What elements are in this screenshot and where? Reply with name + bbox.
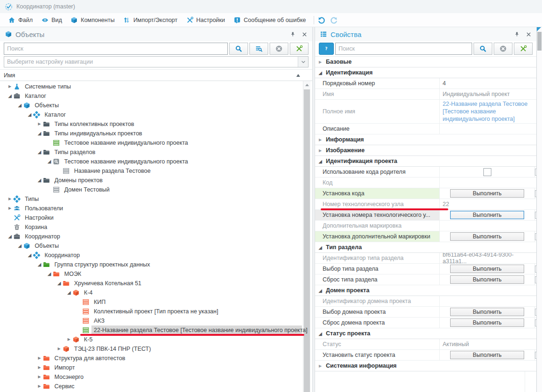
tree-item[interactable]: ▶Импорт: [0, 363, 312, 372]
tree-item[interactable]: ▶Структура для автотестов: [0, 354, 312, 363]
tree-item[interactable]: ◢Группа структур проектных данных: [0, 260, 312, 269]
close-icon[interactable]: [301, 31, 308, 37]
tree-item[interactable]: ◢Объекты: [0, 101, 312, 110]
tree-item[interactable]: ◢Каталог: [0, 110, 312, 119]
property-row[interactable]: Идентификатор домена проекта: [315, 296, 536, 307]
expander-closed-icon[interactable]: ▶: [318, 148, 323, 153]
property-row[interactable]: Использование кода родителя: [315, 167, 536, 178]
tree-item[interactable]: ▶Типы коллективных проектов: [0, 119, 312, 129]
menu-item-file[interactable]: Файл: [4, 15, 37, 26]
search-button[interactable]: [474, 43, 492, 55]
menu-item-components[interactable]: Компоненты: [66, 15, 119, 26]
expander-open-icon[interactable]: ◢: [318, 331, 323, 336]
tree-item[interactable]: КИП: [0, 297, 312, 307]
property-group-header[interactable]: ◢Тип раздела: [315, 242, 536, 253]
property-row[interactable]: Порядковый номер4: [315, 78, 536, 89]
property-row[interactable]: Код: [315, 178, 536, 188]
expander-closed-icon[interactable]: ▶: [56, 344, 62, 354]
scrollbar-thumb[interactable]: [537, 32, 542, 51]
expander-closed-icon[interactable]: ▶: [36, 382, 43, 391]
tree-item[interactable]: Тестовое название индивидуального проект…: [0, 138, 312, 148]
menu-item-error-report[interactable]: Сообщение об ошибке: [229, 15, 310, 26]
property-group-header[interactable]: ◢Статус проекта: [315, 328, 536, 339]
pin-icon[interactable]: [514, 31, 520, 37]
tree-scrollbar[interactable]: [303, 81, 310, 392]
search-settings-button[interactable]: [290, 43, 309, 55]
property-group-header[interactable]: ◢Идентификация проекта: [315, 156, 536, 167]
property-row[interactable]: Идентификатор типа разделаbf611a64-e043-…: [315, 253, 536, 264]
expander-open-icon[interactable]: ◢: [36, 129, 43, 138]
expander-open-icon[interactable]: ◢: [66, 288, 72, 297]
close-icon[interactable]: [526, 31, 532, 37]
expander-open-icon[interactable]: ◢: [16, 101, 23, 110]
tree-item[interactable]: ◢Типы индивидуальных проектов: [0, 129, 312, 138]
tree-item[interactable]: ▶Системные типы: [0, 82, 312, 91]
tree-item[interactable]: ▶Типы: [0, 194, 312, 204]
execute-button[interactable]: Выполнить: [450, 275, 524, 284]
menu-item-import-export[interactable]: Импорт/Экспорт: [119, 15, 181, 26]
property-row[interactable]: Сброс типа разделаВыполнить: [315, 274, 536, 285]
redo-button[interactable]: [330, 16, 338, 24]
property-group-header[interactable]: ▶Системная информация: [315, 361, 536, 371]
property-group-header[interactable]: ◢Идентификация: [315, 67, 536, 78]
property-row[interactable]: Установка дополнительной маркировкиВыпол…: [315, 231, 536, 242]
tree-item[interactable]: ◢Каталог: [0, 91, 312, 101]
tree-item[interactable]: Домен Тестовый: [0, 185, 312, 194]
property-row[interactable]: ИмяИндивидуальный проект: [315, 89, 536, 100]
execute-button[interactable]: Выполнить: [450, 232, 524, 241]
properties-search-input[interactable]: [335, 43, 472, 55]
scrollbar-thumb[interactable]: [304, 89, 310, 392]
tree-item[interactable]: ◢Тестовое название индивидуального проек…: [0, 157, 312, 166]
tree-item[interactable]: ▶Мосэнерго: [0, 372, 312, 382]
tree-item[interactable]: ◢Координатор: [0, 232, 312, 241]
execute-button[interactable]: Выполнить: [450, 318, 524, 327]
expander-closed-icon[interactable]: ▶: [66, 335, 72, 344]
expander-closed-icon[interactable]: ▶: [7, 82, 13, 91]
tree-item[interactable]: ◢Координатор: [0, 251, 312, 260]
tree-item[interactable]: ◢МОЭК: [0, 269, 312, 279]
expander-closed-icon[interactable]: ▶: [36, 119, 43, 129]
expander-closed-icon[interactable]: ▶: [318, 364, 323, 368]
execute-button[interactable]: Выполнить: [450, 211, 524, 219]
expander-closed-icon[interactable]: ▶: [36, 363, 43, 372]
search-button[interactable]: [229, 43, 248, 55]
expander-closed-icon[interactable]: ▶: [7, 194, 13, 204]
property-row[interactable]: Выбор типа разделаВыполнить: [315, 264, 536, 274]
chevron-down-icon[interactable]: [298, 57, 308, 67]
property-row[interactable]: Полное имя22-Название раздела Тестовое […: [315, 100, 536, 124]
expander-open-icon[interactable]: ◢: [46, 269, 53, 279]
tree-item[interactable]: Настройки: [0, 213, 312, 222]
expander-closed-icon[interactable]: ▶: [318, 138, 323, 142]
navigation-combo[interactable]: Выберите настройку навигации: [4, 56, 309, 67]
right-scroll-strip[interactable]: [536, 27, 542, 392]
expander-open-icon[interactable]: ◢: [36, 148, 43, 157]
tree-item[interactable]: Корзина: [0, 222, 312, 232]
expander-open-icon[interactable]: ◢: [26, 251, 33, 260]
expander-closed-icon[interactable]: ▶: [36, 354, 43, 363]
undo-button[interactable]: [317, 16, 326, 24]
expander-open-icon[interactable]: ◢: [318, 245, 323, 250]
expander-open-icon[interactable]: ◢: [36, 176, 43, 185]
tree-item[interactable]: 22-Название раздела Тестовое [Тестовое н…: [0, 325, 312, 335]
execute-button[interactable]: Выполнить: [450, 351, 524, 359]
search-in-results-button[interactable]: [249, 43, 268, 55]
property-group-header[interactable]: ◢Домен проекта: [315, 285, 536, 296]
menu-item-view[interactable]: Вид: [37, 15, 67, 26]
tree-item[interactable]: ◢Домены проектов: [0, 176, 312, 185]
menu-item-settings[interactable]: Настройки: [182, 15, 229, 26]
tree-item[interactable]: ▶К-5: [0, 335, 312, 344]
property-row[interactable]: Номер технологического узла22: [315, 199, 536, 210]
property-group-header[interactable]: ▶Базовые: [315, 57, 536, 67]
property-row[interactable]: Установка номера технологического у...Вы…: [315, 210, 536, 221]
execute-button[interactable]: Выполнить: [450, 265, 524, 273]
tree-item[interactable]: ◢К-4: [0, 288, 312, 297]
expander-open-icon[interactable]: ◢: [318, 288, 323, 293]
tree-item[interactable]: Название раздела Тестовое: [0, 166, 312, 176]
expander-open-icon[interactable]: ◢: [7, 91, 13, 101]
property-group-header[interactable]: ▶Изображение: [315, 145, 536, 156]
expander-open-icon[interactable]: ◢: [26, 110, 33, 119]
expander-closed-icon[interactable]: ▶: [318, 60, 323, 64]
expander-open-icon[interactable]: ◢: [56, 279, 62, 288]
pin-icon[interactable]: [290, 31, 296, 37]
tree-item[interactable]: ◢Объекты: [0, 241, 312, 251]
